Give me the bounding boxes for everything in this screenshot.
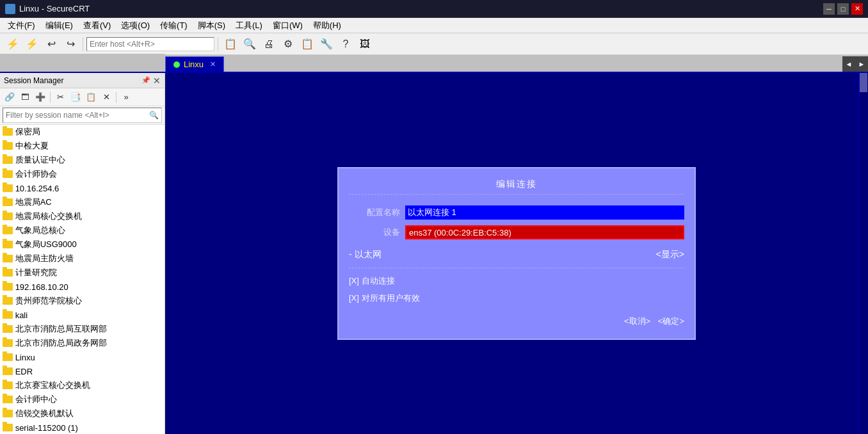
list-item[interactable]: 北京市消防总局政务网部 (0, 336, 165, 350)
list-item[interactable]: 保密局 (0, 125, 165, 139)
maximize-button[interactable]: □ (837, 3, 849, 15)
minimize-button[interactable]: ─ (823, 3, 835, 15)
menu-options[interactable]: 选项(O) (116, 19, 155, 33)
toolbar-btn-print[interactable]: 🖨 (260, 35, 278, 53)
tab-nav-right[interactable]: ► (855, 56, 868, 72)
sm-sep-1 (50, 92, 51, 103)
address-input[interactable] (86, 37, 214, 51)
confirm-action[interactable]: <确定> (658, 316, 684, 326)
session-filter-input[interactable] (6, 111, 159, 120)
toolbar-btn-clip1[interactable]: 📋 (221, 35, 239, 53)
menu-bar: 文件(F) 编辑(E) 查看(V) 选项(O) 传输(T) 脚本(S) 工具(L… (0, 18, 868, 33)
tab-close-btn[interactable]: ✕ (210, 60, 216, 68)
toolbar-btn-connect[interactable]: ⚡ (4, 35, 22, 53)
session-list: 保密局 中检大夏 质量认证中心 会计师协会 10.16.254.6 (0, 125, 165, 434)
device-row: 设备 (349, 225, 684, 239)
sm-btn-cut[interactable]: ✂ (53, 90, 67, 104)
scrollbar-thumb[interactable] (860, 73, 867, 92)
toolbar-btn-flash[interactable]: ⚡ (23, 35, 41, 53)
list-item[interactable]: 气象局USG9000 (0, 237, 165, 252)
all-users-label[interactable]: [X] 对所有用户有效 (349, 293, 420, 303)
menu-script[interactable]: 脚本(S) (193, 19, 230, 33)
list-item[interactable]: 中检大夏 (0, 139, 165, 153)
list-item[interactable]: 北京市消防总局互联网部 (0, 322, 165, 336)
sm-btn-delete[interactable]: ✕ (99, 90, 113, 104)
toolbar-btn-image[interactable]: 🖼 (356, 35, 374, 53)
dialog-body: 配置名称 设备 - 以太网 <显示> (349, 205, 684, 328)
menu-edit[interactable]: 编辑(E) (40, 19, 78, 33)
list-item[interactable]: 192.168.10.20 (0, 280, 165, 294)
sm-btn-add[interactable]: ➕ (33, 90, 47, 104)
menu-view[interactable]: 查看(V) (78, 19, 116, 33)
list-item[interactable]: 地震局主防火墙 (0, 252, 165, 266)
folder-icon (3, 382, 13, 389)
folder-icon (3, 396, 13, 403)
list-item[interactable]: 贵州师范学院核心 (0, 294, 165, 308)
tab-linxu[interactable]: Linxu ✕ (165, 56, 224, 72)
list-item[interactable]: kali (0, 308, 165, 322)
tab-nav-left[interactable]: ◄ (842, 56, 855, 72)
list-item[interactable]: 信锐交换机默认 (0, 406, 165, 421)
folder-icon (3, 297, 13, 305)
toolbar-btn-help[interactable]: ? (337, 35, 355, 53)
pin-icon[interactable]: 📌 (141, 76, 150, 84)
menu-window[interactable]: 窗口(W) (268, 19, 308, 33)
list-item[interactable]: 10.16.254.6 (0, 181, 165, 195)
session-filter-wrapper: 🔍 (0, 106, 165, 125)
title-bar: Linxu - SecureCRT ─ □ ✕ (0, 0, 868, 18)
session-panel-toolbar: 🔗 🗔 ➕ ✂ 📑 📋 ✕ » (0, 88, 165, 106)
toolbar-btn-settings[interactable]: ⚙ (279, 35, 297, 53)
list-item[interactable]: 会计师中心 (0, 392, 165, 406)
list-item[interactable]: 计量研究院 (0, 266, 165, 280)
folder-icon (3, 353, 13, 361)
list-item[interactable]: 会计师协会 (0, 167, 165, 181)
folder-icon (3, 227, 13, 234)
close-button[interactable]: ✕ (851, 3, 863, 15)
dialog-actions: <取消> <确定> (349, 314, 684, 328)
window-controls: ─ □ ✕ (823, 3, 863, 15)
panel-close-icon[interactable]: ✕ (153, 76, 161, 86)
folder-icon (3, 213, 13, 220)
menu-transfer[interactable]: 传输(T) (155, 19, 193, 33)
menu-file[interactable]: 文件(F) (3, 19, 40, 33)
folder-icon (3, 241, 13, 248)
toolbar-btn-back[interactable]: ↩ (42, 35, 60, 53)
sm-btn-paste[interactable]: 📋 (84, 90, 98, 104)
toolbar-btn-search[interactable]: 🔍 (241, 35, 259, 53)
list-item[interactable]: 北京赛宝核心交换机 (0, 378, 165, 392)
config-name-input[interactable] (405, 205, 684, 220)
tab-status-icon (173, 61, 180, 68)
auto-connect-label[interactable]: [X] 自动连接 (349, 276, 395, 285)
all-users-row: [X] 对所有用户有效 (349, 291, 684, 305)
section-row: - 以太网 <显示> (349, 246, 684, 262)
list-item[interactable]: 质量认证中心 (0, 153, 165, 167)
folder-icon (3, 255, 13, 262)
list-item[interactable]: EDR (0, 364, 165, 378)
auto-connect-row: [X] 自动连接 (349, 273, 684, 288)
display-action[interactable]: <显示> (656, 246, 684, 262)
sm-btn-link[interactable]: 🔗 (3, 90, 17, 104)
session-filter-box[interactable]: 🔍 (3, 108, 162, 123)
sm-btn-window[interactable]: 🗔 (18, 90, 32, 104)
sm-btn-copy[interactable]: 📑 (68, 90, 83, 104)
list-item[interactable]: 地震局AC (0, 195, 165, 209)
list-item[interactable]: 地震局核心交换机 (0, 209, 165, 223)
terminal-scrollbar[interactable] (859, 73, 868, 434)
menu-help[interactable]: 帮助(H) (308, 19, 346, 33)
list-item[interactable]: Linxu (0, 350, 165, 364)
toolbar-btn-tool[interactable]: 🔧 (317, 35, 335, 53)
menu-tools[interactable]: 工具(L) (230, 19, 268, 33)
cancel-action[interactable]: <取消> (624, 316, 650, 326)
terminal-area[interactable]: 编辑连接 配置名称 设备 (165, 73, 868, 434)
tab-bar: Linxu ✕ ◄ ► (0, 55, 868, 73)
edit-connection-dialog: 编辑连接 配置名称 设备 (337, 167, 696, 340)
toolbar-btn-clip2[interactable]: 📋 (298, 35, 316, 53)
folder-icon (3, 142, 13, 150)
filter-search-icon: 🔍 (149, 111, 159, 120)
list-item[interactable]: 气象局总核心 (0, 223, 165, 237)
device-input[interactable] (405, 225, 684, 239)
session-panel-title: Session Manager (4, 76, 141, 85)
sm-btn-more[interactable]: » (119, 90, 133, 104)
toolbar-btn-fwd[interactable]: ↪ (61, 35, 79, 53)
list-item[interactable]: serial-115200 (1) (0, 421, 165, 434)
